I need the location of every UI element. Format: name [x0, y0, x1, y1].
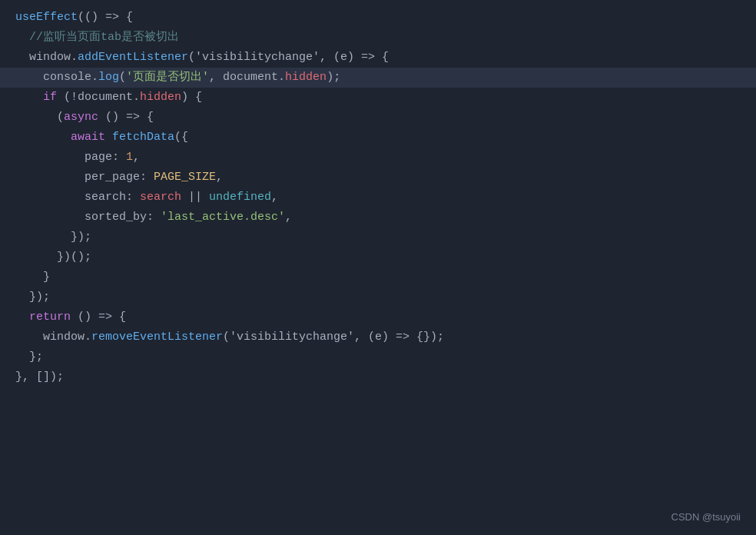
code-token: ( [119, 68, 126, 87]
code-line: //监听当页面tab是否被切出 [0, 28, 756, 48]
code-token: addEventListener [78, 48, 188, 67]
code-token: await [71, 128, 105, 147]
code-line: }); [0, 287, 756, 307]
code-line: } [0, 268, 756, 287]
code-line: await fetchData({ [0, 128, 756, 148]
code-content: useEffect(() => { //监听当页面tab是否被切出 window… [0, 8, 756, 387]
code-line: useEffect(() => { [0, 8, 756, 28]
code-token: ); [327, 68, 340, 87]
code-line: per_page: PAGE_SIZE, [0, 168, 756, 188]
code-line: }; [0, 347, 756, 367]
code-line: if (!document.hidden) { [0, 88, 756, 108]
code-token: ( [15, 108, 64, 127]
code-line: (async () => { [0, 108, 756, 128]
code-token: , document. [209, 68, 285, 87]
code-token [15, 128, 71, 147]
code-token: (!document. [57, 88, 140, 107]
code-token: fetchData [112, 128, 174, 147]
code-token: , [133, 148, 140, 167]
code-token: undefined [209, 188, 271, 207]
code-line: page: 1, [0, 148, 756, 168]
code-token: })( [15, 248, 78, 267]
code-token: , [285, 208, 292, 227]
code-token: }; [15, 348, 43, 367]
code-token [15, 308, 29, 327]
code-token: window. [15, 328, 91, 347]
code-line: window.removeEventListener('visibilitych… [0, 327, 756, 347]
code-token: 1 [126, 148, 133, 167]
code-token: || [181, 188, 209, 207]
code-token: removeEventListener [91, 328, 223, 347]
watermark: CSDN @tsuyoii [671, 510, 741, 526]
code-token: useEffect [15, 8, 78, 27]
code-token: 'last_active.desc' [161, 208, 285, 227]
code-token: async [64, 108, 98, 127]
code-line: sorted_by: 'last_active.desc', [0, 208, 756, 228]
code-token: ({ [174, 128, 188, 147]
code-token: '页面是否切出' [126, 68, 209, 87]
code-token: , [271, 188, 278, 207]
code-token: } [15, 268, 50, 287]
code-token: return [29, 308, 71, 327]
code-token: }); [15, 228, 91, 247]
code-line: })(); [0, 248, 756, 268]
code-token: log [98, 68, 119, 87]
code-token: per_page: [15, 168, 154, 187]
code-token: ) { [181, 88, 202, 107]
code-token: window. [15, 48, 78, 67]
code-line: }); [0, 228, 756, 248]
code-token: () => { [98, 108, 154, 127]
code-token: () => { [71, 308, 126, 327]
code-token [15, 88, 43, 107]
code-token: }, []); [15, 368, 64, 387]
code-token: sorted_by: [15, 208, 161, 227]
code-token: (() => { [78, 8, 133, 27]
code-token: ); [78, 248, 91, 267]
code-token [105, 128, 112, 147]
code-token: PAGE_SIZE [154, 168, 216, 187]
code-token: hidden [140, 88, 181, 107]
code-token: ('visibilitychange', (e) => { [188, 48, 389, 67]
code-line: window.addEventListener('visibilitychang… [0, 48, 756, 68]
code-token: // [15, 28, 43, 47]
code-token: console. [15, 68, 98, 87]
code-editor: useEffect(() => { //监听当页面tab是否被切出 window… [0, 0, 756, 535]
code-line: return () => { [0, 307, 756, 327]
code-line: }, []); [0, 367, 756, 387]
code-token: page: [15, 148, 126, 167]
code-token: ('visibilitychange', (e) => {}); [223, 328, 444, 347]
code-token: if [43, 88, 57, 107]
code-token: }); [15, 288, 50, 307]
code-token: 监听当页面tab是否被切出 [43, 28, 179, 47]
code-line: console.log('页面是否切出', document.hidden); [0, 68, 756, 88]
code-token: hidden [285, 68, 327, 87]
code-token: search [140, 188, 181, 207]
code-token: search: [15, 188, 140, 207]
code-token: , [216, 168, 223, 187]
code-line: search: search || undefined, [0, 188, 756, 208]
